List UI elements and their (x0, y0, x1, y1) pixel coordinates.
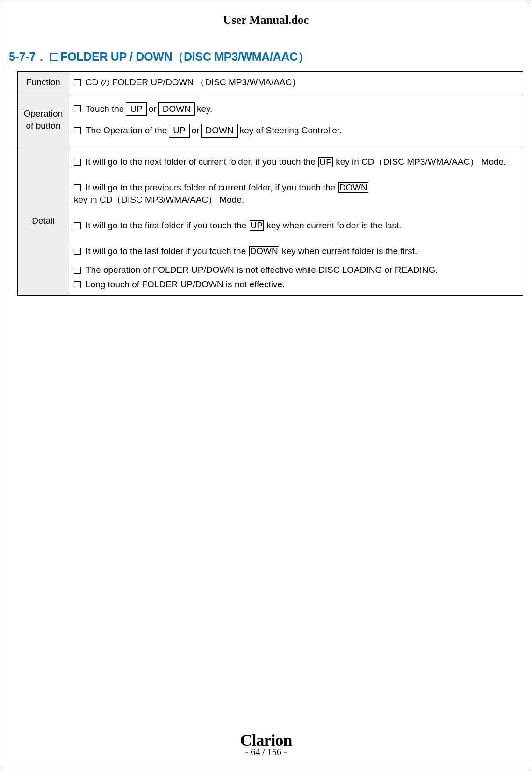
op-line1-pre: Touch the (86, 103, 124, 116)
op-line1-post: key. (197, 103, 212, 116)
label-operation: Operation of button (18, 94, 69, 146)
checkbox-icon (74, 127, 81, 134)
checkbox-icon (74, 281, 81, 288)
section-title: FOLDER UP / DOWN（DISC MP3/WMA/AAC） (60, 50, 309, 63)
section-number: 5-7-7． (9, 50, 47, 63)
key-up-inline: UP (318, 157, 332, 168)
checkbox-icon (74, 184, 81, 191)
label-detail: Detail (18, 146, 69, 296)
row-detail: Detail It will go to the next folder of … (18, 146, 523, 296)
detail-4-pre: It will go to the last folder if you tou… (86, 245, 246, 258)
detail-5: The operation of FOLDER UP/DOWN is not e… (86, 264, 438, 277)
heading-box-icon (50, 53, 58, 61)
content-operation: Touch the UP or DOWN key. The Operation … (69, 94, 523, 146)
key-up-button: UP (126, 102, 146, 116)
checkbox-icon (74, 222, 81, 229)
detail-3-pre: It will go to the first folder if you to… (86, 219, 246, 232)
detail-1-pre: It will go to the next folder of current… (86, 156, 316, 168)
function-text: CD の FOLDER UP/DOWN （DISC MP3/WMA/AAC） (86, 76, 301, 89)
op-or: or (149, 103, 157, 116)
key-up-inline: UP (250, 220, 264, 231)
checkbox-icon (74, 79, 81, 86)
spec-table: Function CD の FOLDER UP/DOWN （DISC MP3/W… (17, 71, 523, 296)
detail-3-post: key when current folder is the last. (266, 219, 401, 232)
page-total: 156 (267, 747, 281, 757)
row-function: Function CD の FOLDER UP/DOWN （DISC MP3/W… (18, 72, 523, 94)
row-operation: Operation of button Touch the UP or DOWN… (18, 94, 523, 146)
key-up-button: UP (169, 124, 189, 138)
key-down-button: DOWN (158, 102, 195, 116)
page-frame: User Manual.doc 5-7-7． FOLDER UP / DOWN（… (3, 3, 529, 770)
op-line2-pre: The Operation of the (86, 124, 167, 137)
page-current: 64 (251, 747, 260, 757)
detail-6: Long touch of FOLDER UP/DOWN is not effe… (86, 278, 285, 291)
content-function: CD の FOLDER UP/DOWN （DISC MP3/WMA/AAC） (69, 72, 523, 94)
key-down-inline: DOWN (338, 182, 368, 193)
page-number: - 64 / 156 - (3, 747, 529, 758)
op-or: or (192, 124, 200, 137)
label-function: Function (18, 72, 69, 94)
key-down-button: DOWN (201, 124, 238, 138)
brand-logo: Clarion (3, 733, 529, 748)
checkbox-icon (74, 248, 81, 255)
page-footer: Clarion - 64 / 156 - (3, 733, 529, 758)
document-title: User Manual.doc (3, 14, 529, 27)
checkbox-icon (74, 267, 81, 274)
checkbox-icon (74, 105, 81, 112)
detail-2-post: key in CD（DISC MP3/WMA/AAC） Mode. (74, 194, 244, 206)
detail-4-post: key when current folder is the first. (282, 245, 417, 258)
content-detail: It will go to the next folder of current… (69, 146, 523, 296)
key-down-inline: DOWN (249, 246, 279, 256)
detail-2-pre: It will go to the previours folder of cu… (86, 182, 335, 194)
section-heading: 5-7-7． FOLDER UP / DOWN（DISC MP3/WMA/AAC… (9, 49, 529, 65)
op-line2-post: key of Steering Controller. (240, 124, 342, 137)
detail-1-post: key in CD（DISC MP3/WMA/AAC） Mode. (336, 156, 506, 168)
checkbox-icon (74, 159, 81, 166)
